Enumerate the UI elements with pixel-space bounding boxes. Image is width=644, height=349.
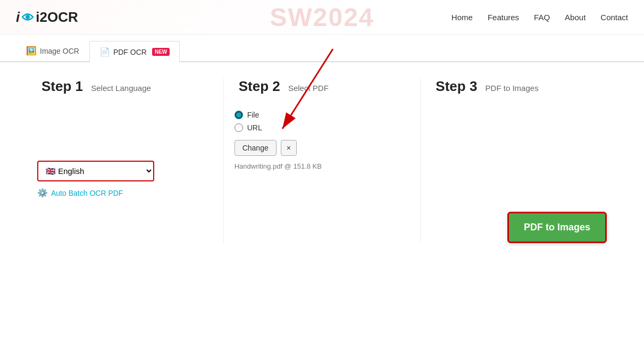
radio-file-text: File	[247, 111, 260, 119]
step2-col: Step 2 Select PDF File URL Change ×	[224, 78, 421, 243]
header: i i2OCR SW2024 Home Features FAQ About C…	[0, 0, 644, 35]
step3-heading: Step 3 PDF to Images	[431, 78, 607, 95]
nav-about[interactable]: About	[565, 13, 586, 22]
pdf-ocr-icon: 📄	[99, 47, 110, 57]
step2-heading: Step 2 Select PDF	[235, 78, 410, 95]
tab-pdf-ocr[interactable]: 📄 PDF OCR NEW	[89, 41, 180, 62]
step2-content: File URL Change × Handwriting.pdf @ 151.…	[235, 111, 410, 170]
radio-file[interactable]	[235, 111, 243, 119]
main-content: Step 1 Select Language 🇬🇧 English 🇫🇷 Fre…	[0, 62, 644, 328]
nav-contact[interactable]: Contact	[600, 13, 628, 22]
logo-text: i2OCR	[36, 9, 78, 26]
steps-container: Step 1 Select Language 🇬🇧 English 🇫🇷 Fre…	[27, 78, 617, 243]
nav-home[interactable]: Home	[451, 13, 473, 22]
new-badge: NEW	[152, 48, 170, 56]
header-bg-text: SW2024	[270, 3, 374, 32]
image-ocr-icon: 🖼️	[26, 46, 37, 56]
clear-button[interactable]: ×	[281, 140, 297, 156]
auto-batch-label: Auto Batch OCR PDF	[51, 189, 123, 197]
language-select-wrapper: 🇬🇧 English 🇫🇷 French 🇩🇪 German 🇪🇸 Spanis…	[37, 161, 154, 198]
step1-col: Step 1 Select Language 🇬🇧 English 🇫🇷 Fre…	[27, 78, 224, 243]
step3-col: Step 3 PDF to Images PDF to Images	[421, 78, 617, 243]
auto-batch-link[interactable]: ⚙️ Auto Batch OCR PDF	[37, 188, 154, 198]
nav-faq[interactable]: FAQ	[534, 13, 550, 22]
logo-i: i	[16, 9, 20, 26]
nav-features[interactable]: Features	[488, 13, 519, 22]
language-select[interactable]: 🇬🇧 English 🇫🇷 French 🇩🇪 German 🇪🇸 Spanis…	[37, 161, 154, 181]
tab-image-ocr-label: Image OCR	[40, 47, 79, 55]
radio-url[interactable]	[235, 123, 243, 132]
step1-heading: Step 1 Select Language	[37, 78, 213, 95]
gear-icon: ⚙️	[37, 188, 48, 198]
svg-point-0	[26, 15, 30, 19]
radio-group: File URL	[235, 111, 410, 132]
tab-pdf-ocr-label: PDF OCR	[113, 48, 147, 56]
logo-icon	[20, 11, 35, 23]
nav: Home Features FAQ About Contact	[451, 13, 628, 22]
logo[interactable]: i i2OCR	[16, 9, 78, 26]
tab-image-ocr[interactable]: 🖼️ Image OCR	[16, 40, 89, 61]
radio-file-label[interactable]: File	[235, 111, 410, 119]
change-button[interactable]: Change	[235, 140, 277, 156]
step3-content: PDF to Images	[431, 212, 607, 243]
file-info: Handwriting.pdf @ 151.8 KB	[235, 162, 410, 170]
file-btn-row: Change ×	[235, 140, 410, 156]
radio-url-label[interactable]: URL	[235, 123, 410, 132]
pdf-to-images-button[interactable]: PDF to Images	[507, 212, 607, 243]
tabs-bar: 🖼️ Image OCR 📄 PDF OCR NEW	[0, 40, 644, 62]
radio-url-text: URL	[247, 123, 262, 132]
